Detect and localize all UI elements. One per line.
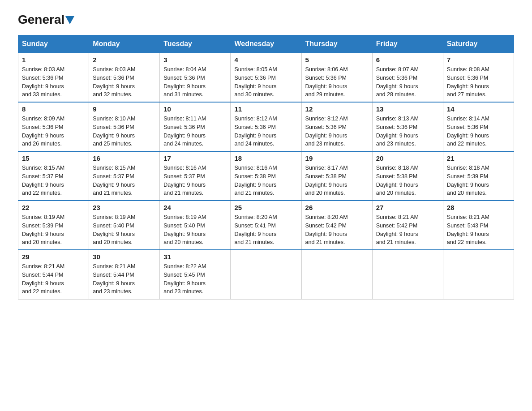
day-cell: 30Sunrise: 8:21 AMSunset: 5:44 PMDayligh…: [89, 250, 160, 299]
day-info: Sunrise: 8:07 AMSunset: 5:36 PMDaylight:…: [376, 65, 439, 99]
logo: General: [18, 13, 74, 26]
day-cell: 7Sunrise: 8:08 AMSunset: 5:36 PMDaylight…: [443, 53, 514, 102]
day-info: Sunrise: 8:22 AMSunset: 5:45 PMDaylight:…: [163, 262, 227, 296]
day-info: Sunrise: 8:18 AMSunset: 5:38 PMDaylight:…: [376, 164, 439, 197]
day-cell: 18Sunrise: 8:16 AMSunset: 5:38 PMDayligh…: [231, 151, 301, 201]
day-cell: 17Sunrise: 8:16 AMSunset: 5:37 PMDayligh…: [160, 151, 231, 201]
day-number: 2: [93, 56, 156, 64]
day-cell: 8Sunrise: 8:09 AMSunset: 5:36 PMDaylight…: [18, 102, 89, 151]
week-row-5: 29Sunrise: 8:21 AMSunset: 5:44 PMDayligh…: [18, 250, 514, 299]
day-number: 4: [234, 56, 297, 64]
day-number: 14: [447, 105, 510, 113]
day-number: 13: [376, 105, 439, 113]
day-number: 31: [163, 253, 227, 261]
day-number: 5: [305, 56, 369, 64]
day-cell: [372, 250, 443, 299]
day-info: Sunrise: 8:11 AMSunset: 5:36 PMDaylight:…: [163, 115, 227, 148]
day-number: 25: [234, 204, 297, 211]
day-info: Sunrise: 8:10 AMSunset: 5:36 PMDaylight:…: [93, 115, 156, 148]
day-info: Sunrise: 8:21 AMSunset: 5:42 PMDaylight:…: [376, 213, 439, 247]
day-cell: [231, 250, 301, 299]
day-number: 1: [22, 56, 85, 64]
day-info: Sunrise: 8:12 AMSunset: 5:36 PMDaylight:…: [305, 115, 369, 148]
day-cell: 4Sunrise: 8:05 AMSunset: 5:36 PMDaylight…: [231, 53, 301, 102]
day-info: Sunrise: 8:15 AMSunset: 5:37 PMDaylight:…: [93, 164, 156, 197]
day-number: 6: [376, 56, 439, 64]
day-info: Sunrise: 8:19 AMSunset: 5:40 PMDaylight:…: [93, 213, 156, 247]
day-cell: 22Sunrise: 8:19 AMSunset: 5:39 PMDayligh…: [18, 201, 89, 250]
day-info: Sunrise: 8:04 AMSunset: 5:36 PMDaylight:…: [163, 65, 227, 99]
day-info: Sunrise: 8:17 AMSunset: 5:38 PMDaylight:…: [305, 164, 369, 197]
day-info: Sunrise: 8:21 AMSunset: 5:44 PMDaylight:…: [22, 262, 85, 296]
day-number: 3: [163, 56, 227, 64]
day-number: 12: [305, 105, 369, 113]
day-cell: 19Sunrise: 8:17 AMSunset: 5:38 PMDayligh…: [301, 151, 372, 201]
day-info: Sunrise: 8:19 AMSunset: 5:39 PMDaylight:…: [22, 213, 85, 247]
col-header-monday: Monday: [89, 35, 160, 53]
col-header-thursday: Thursday: [301, 35, 372, 53]
day-cell: 2Sunrise: 8:03 AMSunset: 5:36 PMDaylight…: [89, 53, 160, 102]
col-header-friday: Friday: [372, 35, 443, 53]
logo-general: General: [18, 13, 64, 26]
col-header-wednesday: Wednesday: [231, 35, 301, 53]
day-cell: 9Sunrise: 8:10 AMSunset: 5:36 PMDaylight…: [89, 102, 160, 151]
day-number: 11: [234, 105, 297, 113]
day-info: Sunrise: 8:21 AMSunset: 5:43 PMDaylight:…: [447, 213, 510, 247]
day-cell: 14Sunrise: 8:14 AMSunset: 5:36 PMDayligh…: [443, 102, 514, 151]
day-number: 15: [22, 154, 85, 162]
svg-marker-0: [65, 16, 74, 24]
day-cell: 1Sunrise: 8:03 AMSunset: 5:36 PMDaylight…: [18, 53, 89, 102]
day-cell: 31Sunrise: 8:22 AMSunset: 5:45 PMDayligh…: [160, 250, 231, 299]
day-number: 23: [93, 204, 156, 211]
week-row-1: 1Sunrise: 8:03 AMSunset: 5:36 PMDaylight…: [18, 53, 514, 102]
week-row-2: 8Sunrise: 8:09 AMSunset: 5:36 PMDaylight…: [18, 102, 514, 151]
day-info: Sunrise: 8:16 AMSunset: 5:37 PMDaylight:…: [163, 164, 227, 197]
day-number: 18: [234, 154, 297, 162]
day-cell: 26Sunrise: 8:20 AMSunset: 5:42 PMDayligh…: [301, 201, 372, 250]
day-number: 27: [376, 204, 439, 211]
day-cell: 24Sunrise: 8:19 AMSunset: 5:40 PMDayligh…: [160, 201, 231, 250]
day-cell: 5Sunrise: 8:06 AMSunset: 5:36 PMDaylight…: [301, 53, 372, 102]
day-number: 19: [305, 154, 369, 162]
day-number: 22: [22, 204, 85, 211]
day-cell: 11Sunrise: 8:12 AMSunset: 5:36 PMDayligh…: [231, 102, 301, 151]
day-number: 26: [305, 204, 369, 211]
day-cell: 28Sunrise: 8:21 AMSunset: 5:43 PMDayligh…: [443, 201, 514, 250]
day-info: Sunrise: 8:13 AMSunset: 5:36 PMDaylight:…: [376, 115, 439, 148]
day-number: 21: [447, 154, 510, 162]
day-cell: 23Sunrise: 8:19 AMSunset: 5:40 PMDayligh…: [89, 201, 160, 250]
col-header-saturday: Saturday: [443, 35, 514, 53]
day-cell: 29Sunrise: 8:21 AMSunset: 5:44 PMDayligh…: [18, 250, 89, 299]
day-cell: [301, 250, 372, 299]
day-cell: 25Sunrise: 8:20 AMSunset: 5:41 PMDayligh…: [231, 201, 301, 250]
logo-triangle-icon: [65, 16, 74, 25]
day-cell: 10Sunrise: 8:11 AMSunset: 5:36 PMDayligh…: [160, 102, 231, 151]
day-info: Sunrise: 8:19 AMSunset: 5:40 PMDaylight:…: [163, 213, 227, 247]
day-number: 20: [376, 154, 439, 162]
logo-top: General: [18, 13, 74, 26]
day-number: 10: [163, 105, 227, 113]
header-row: SundayMondayTuesdayWednesdayThursdayFrid…: [18, 35, 514, 53]
day-info: Sunrise: 8:18 AMSunset: 5:39 PMDaylight:…: [447, 164, 510, 197]
calendar-table: SundayMondayTuesdayWednesdayThursdayFrid…: [18, 35, 514, 300]
col-header-tuesday: Tuesday: [160, 35, 231, 53]
day-info: Sunrise: 8:14 AMSunset: 5:36 PMDaylight:…: [447, 115, 510, 148]
day-info: Sunrise: 8:03 AMSunset: 5:36 PMDaylight:…: [93, 65, 156, 99]
day-cell: 15Sunrise: 8:15 AMSunset: 5:37 PMDayligh…: [18, 151, 89, 201]
day-number: 8: [22, 105, 85, 113]
day-number: 7: [447, 56, 510, 64]
day-info: Sunrise: 8:20 AMSunset: 5:42 PMDaylight:…: [305, 213, 369, 247]
day-cell: [443, 250, 514, 299]
day-cell: 27Sunrise: 8:21 AMSunset: 5:42 PMDayligh…: [372, 201, 443, 250]
day-cell: 6Sunrise: 8:07 AMSunset: 5:36 PMDaylight…: [372, 53, 443, 102]
day-cell: 3Sunrise: 8:04 AMSunset: 5:36 PMDaylight…: [160, 53, 231, 102]
day-info: Sunrise: 8:08 AMSunset: 5:36 PMDaylight:…: [447, 65, 510, 99]
day-cell: 13Sunrise: 8:13 AMSunset: 5:36 PMDayligh…: [372, 102, 443, 151]
day-number: 17: [163, 154, 227, 162]
col-header-sunday: Sunday: [18, 35, 89, 53]
day-info: Sunrise: 8:06 AMSunset: 5:36 PMDaylight:…: [305, 65, 369, 99]
week-row-4: 22Sunrise: 8:19 AMSunset: 5:39 PMDayligh…: [18, 201, 514, 250]
day-info: Sunrise: 8:20 AMSunset: 5:41 PMDaylight:…: [234, 213, 297, 247]
day-info: Sunrise: 8:15 AMSunset: 5:37 PMDaylight:…: [22, 164, 85, 197]
day-info: Sunrise: 8:16 AMSunset: 5:38 PMDaylight:…: [234, 164, 297, 197]
